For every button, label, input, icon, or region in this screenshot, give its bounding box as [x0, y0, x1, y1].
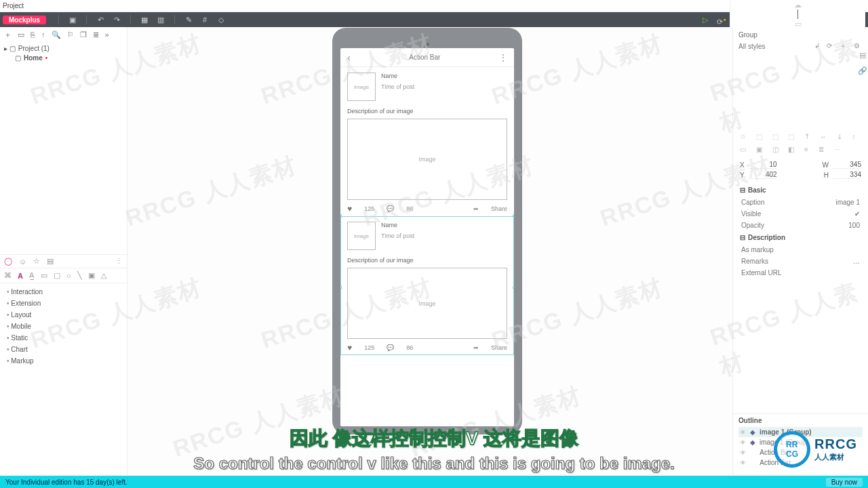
properties-panel: Group All styles ↲ ⟳ ＋ ⚙ ☆ ⬚ ⬚ ⬚ ⤒ ↔ ⤓ ↕…	[732, 27, 868, 474]
selection-handle[interactable]	[513, 286, 514, 289]
value-visible[interactable]: ✔	[854, 210, 860, 218]
brand-badge[interactable]: Mockplus	[3, 16, 46, 24]
left-panel: ＋ ▭ ⎘ ↑ 🔍 ⚐ ❐ ≣ » ▸ ▢ Project (1) ▢ Home…	[0, 27, 127, 474]
undo-icon[interactable]: ↶	[96, 15, 105, 24]
kebab-icon[interactable]: ⋮	[499, 53, 507, 62]
share-icon[interactable]: ➦	[473, 205, 479, 212]
input-x[interactable]	[749, 161, 777, 169]
list-icon[interactable]: ≣	[93, 30, 99, 39]
category-mobile[interactable]: Mobile	[0, 321, 127, 332]
triangle-tool-icon[interactable]: △	[101, 271, 106, 280]
grid-icon[interactable]: #	[200, 15, 210, 24]
back-icon[interactable]: ‹	[347, 52, 351, 63]
section-description[interactable]: ⊟ Description	[733, 231, 868, 244]
component-categories: Interaction Extension Layout Mobile Stat…	[0, 283, 127, 369]
label-opacity: Opacity	[741, 222, 764, 229]
tab-star-icon[interactable]: ☆	[33, 257, 40, 266]
mock-post-2-selected[interactable]: Image Name Time of post Description of o…	[340, 216, 514, 355]
like-count: 125	[364, 205, 374, 212]
device-speaker	[426, 43, 429, 46]
comment-icon[interactable]: 💬	[387, 344, 394, 351]
circle-tool-icon[interactable]: ○	[66, 272, 71, 280]
selection-handle[interactable]	[340, 214, 342, 218]
tab-template-icon[interactable]: ▤	[47, 257, 54, 266]
value-opacity[interactable]: 100	[848, 222, 860, 229]
style-selector[interactable]: All styles	[738, 43, 765, 50]
mock-post-1[interactable]: Image Name Time of post Description of o…	[340, 67, 514, 216]
outline-item[interactable]: 👁 Action Bar	[738, 447, 863, 458]
flag-icon[interactable]: ⚐	[67, 30, 74, 39]
roundrect-tool-icon[interactable]: ▢	[54, 271, 60, 280]
main-toolbar: Mockplus ▣ ↶ ↷ ▦ ▥ ✎ # ◇ ▷ ⟳● ⇱ ⇪ ▩ ☁ ▭ …	[0, 12, 868, 27]
outline-item[interactable]: 👁 ◆ image 1 (Group)	[738, 427, 863, 437]
category-chart[interactable]: Chart	[0, 344, 127, 355]
ungroup-icon[interactable]: ▥	[156, 15, 165, 24]
label-remarks: Remarks	[741, 258, 768, 265]
up-icon[interactable]: ↑	[41, 30, 45, 39]
link-tool-icon[interactable]: ⌘	[4, 271, 12, 280]
selection-handle[interactable]	[513, 214, 514, 218]
textarea-tool-icon[interactable]: A̲	[29, 271, 35, 280]
share-icon[interactable]: ➦	[473, 344, 479, 351]
tab-link-icon[interactable]: 🔗	[858, 66, 867, 75]
page-toolbar: ＋ ▭ ⎘ ↑ 🔍 ⚐ ❐ ≣ »	[0, 27, 127, 42]
rect-tool-icon[interactable]: ▭	[41, 271, 47, 280]
buy-now-button[interactable]: Buy now	[826, 478, 863, 487]
input-w[interactable]	[833, 161, 861, 169]
post-image-placeholder[interactable]: Image	[347, 268, 507, 339]
search-icon[interactable]: 🔍	[52, 30, 61, 39]
category-interaction[interactable]: Interaction	[0, 286, 127, 298]
tab-components-icon[interactable]: ◯	[4, 257, 12, 266]
align-tools-row2[interactable]: ▭ ▣ ◫ ◧ ≡ ≣ ⋯	[733, 143, 868, 156]
value-caption[interactable]: image 1	[835, 199, 860, 206]
input-h[interactable]	[833, 171, 861, 179]
refresh-icon[interactable]: ⟳●	[717, 15, 726, 24]
category-extension[interactable]: Extension	[0, 298, 127, 309]
group-icon[interactable]: ▦	[140, 15, 149, 24]
section-basic[interactable]: ⊟ Basic	[733, 184, 868, 197]
align-tools-row1[interactable]: ☆ ⬚ ⬚ ⬚ ⤒ ↔ ⤓ ↕	[733, 130, 868, 143]
cloud-icon[interactable]: ☁	[793, 0, 803, 9]
canvas[interactable]: ⟳ ‹ Action Bar ⋮ Image Name Time of post	[127, 27, 732, 474]
post-time: Time of post	[381, 232, 414, 239]
folder-icon[interactable]: ▭	[18, 30, 24, 39]
pin-icon[interactable]: ✎	[184, 15, 193, 24]
copy-icon[interactable]: ❐	[80, 30, 87, 39]
outline-item[interactable]: 👁 Action Bar	[738, 458, 863, 468]
tree-root[interactable]: ▸ ▢ Project (1)	[4, 45, 123, 52]
text-tool-icon[interactable]: A	[18, 272, 23, 280]
more-icon[interactable]: »	[105, 30, 109, 39]
selection-type: Group	[738, 31, 863, 39]
avatar-placeholder[interactable]: Image	[347, 222, 376, 250]
duplicate-icon[interactable]: ⎘	[31, 30, 35, 39]
tree-page-home[interactable]: ▢ Home •	[15, 54, 123, 62]
style-actions[interactable]: ↲ ⟳ ＋ ⚙	[814, 41, 863, 51]
value-remarks[interactable]: …	[853, 258, 860, 265]
like-icon[interactable]: ♥	[347, 343, 352, 352]
image-tool-icon[interactable]: ▣	[88, 271, 95, 280]
play-icon[interactable]: ▷	[701, 15, 710, 24]
category-markup[interactable]: Markup	[0, 355, 127, 367]
redo-icon[interactable]: ↷	[112, 15, 121, 24]
comment-count: 86	[406, 205, 413, 212]
outline-item[interactable]: 👁 ◆ image 1 (Group)	[738, 437, 863, 447]
add-page-icon[interactable]: ＋	[4, 30, 12, 40]
tab-properties-icon[interactable]: ▤	[859, 51, 866, 60]
category-static[interactable]: Static	[0, 332, 127, 344]
selection-handle[interactable]	[340, 286, 342, 289]
status-bar: Your Individual edition has 15 day(s) le…	[0, 476, 868, 488]
status-message: Your Individual edition has 15 day(s) le…	[5, 479, 127, 486]
device-frame: ⟳ ‹ Action Bar ⋮ Image Name Time of post	[332, 28, 522, 434]
avatar-placeholder[interactable]: Image	[347, 73, 376, 101]
input-y[interactable]	[749, 171, 777, 179]
ruler-icon[interactable]: ◇	[216, 15, 226, 24]
category-layout[interactable]: Layout	[0, 309, 127, 321]
tab-more-icon[interactable]: ⋮	[115, 257, 123, 266]
line-tool-icon[interactable]: ╲	[77, 271, 82, 280]
comment-icon[interactable]: 💬	[387, 205, 394, 212]
post-image-placeholder[interactable]: Image	[347, 119, 507, 200]
mock-action-bar[interactable]: ‹ Action Bar ⋮	[340, 48, 514, 67]
tab-smiley-icon[interactable]: ☺	[19, 258, 26, 266]
like-icon[interactable]: ♥	[347, 204, 352, 214]
save-icon[interactable]: ▣	[68, 15, 77, 24]
